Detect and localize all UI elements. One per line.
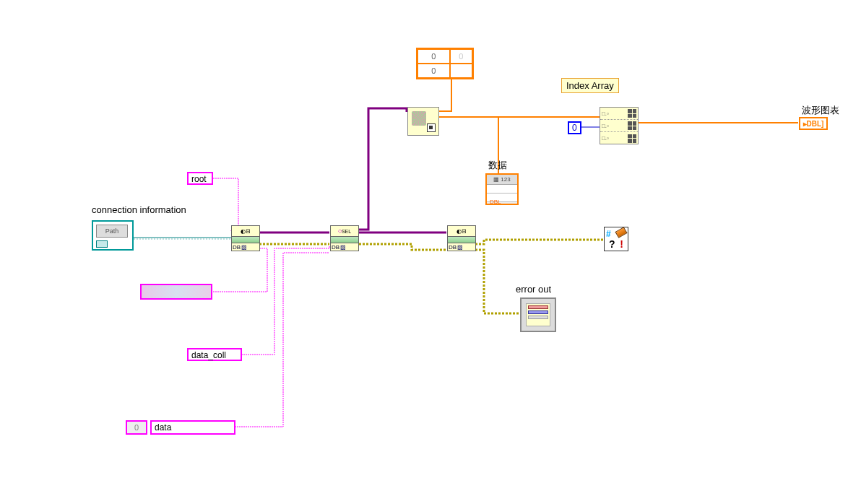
question-mark-icon: ? <box>609 238 615 250</box>
array-index-selector[interactable]: 0 <box>126 420 147 435</box>
error-out-cluster[interactable] <box>520 297 556 332</box>
wire-db2-parse <box>359 108 407 230</box>
db-open-connection-node[interactable]: ◐⊟ DB▧ <box>231 225 260 251</box>
eraser-icon <box>615 227 627 238</box>
cell-0-0[interactable]: 0 <box>417 49 450 64</box>
wire-db3-errout <box>475 250 520 313</box>
exclamation-icon: ! <box>620 238 623 250</box>
data-text: data <box>155 422 171 433</box>
index-row-0: □.▫ <box>600 108 638 120</box>
label-index-array: Index Array <box>561 78 619 93</box>
label-error-out: error out <box>516 284 551 295</box>
wire-root-to-db1 <box>213 178 238 231</box>
variant-to-data-node[interactable] <box>407 107 439 136</box>
label-data-zh: 数据 <box>488 159 507 172</box>
wire-db2-db3-err <box>359 244 446 250</box>
db-close-glyph-icon: ◐⊟ <box>448 226 475 236</box>
db-select-glyph-icon: ◇SEL <box>331 226 358 236</box>
cell-1-0[interactable]: 0 <box>417 64 450 78</box>
block-diagram-canvas: connection information Path root data_co… <box>0 0 861 504</box>
index-row-1: □.▫ <box>600 120 638 132</box>
variant-123-icon: ▦123 <box>487 175 517 185</box>
cell-0-1[interactable]: 0 <box>450 49 472 64</box>
db-select-node[interactable]: ◇SEL DB▧ <box>330 225 359 251</box>
corner-box-icon <box>427 123 436 132</box>
gear-starburst-icon <box>412 111 426 126</box>
wire-smudge-to-db1 <box>213 248 267 292</box>
string-constant-blurred[interactable] <box>140 284 212 300</box>
label-connection-information: connection information <box>92 204 186 215</box>
cell-1-1[interactable] <box>450 64 472 78</box>
string-constant-root[interactable]: root <box>187 172 213 185</box>
string-constant-data-coll[interactable]: data_coll <box>187 348 242 361</box>
build-array-constant[interactable]: 0 0 0 <box>416 48 474 79</box>
path-emblem-icon <box>96 240 108 248</box>
numeric-constant-zero[interactable]: 0 <box>568 121 581 134</box>
error-cluster-icon <box>526 303 550 326</box>
variant-dbl-label: DBL <box>490 199 501 205</box>
db-open-glyph-icon: ◐⊟ <box>232 226 259 236</box>
data-variant-indicator[interactable]: ▦123 DBL <box>485 173 519 205</box>
wire-db3-clearerr <box>475 240 603 244</box>
waveform-chart-terminal[interactable]: ▸DBL] <box>799 117 828 130</box>
index-array-node[interactable]: □.▫ □.▫ □.▫ <box>600 107 639 144</box>
db-close-connection-node[interactable]: ◐⊟ DB▧ <box>447 225 476 251</box>
clear-errors-node[interactable]: # ? ! <box>604 227 628 251</box>
connection-information-constant[interactable]: Path <box>92 220 134 251</box>
hash-icon: # <box>606 229 611 239</box>
path-icon: Path <box>96 225 128 238</box>
label-waveform-chart: 波形图表 <box>802 104 839 117</box>
data-coll-text: data_coll <box>191 350 226 360</box>
wire-data-to-db2 <box>235 253 329 427</box>
wire-datacoll-to-db2 <box>241 246 329 355</box>
index-row-2: □.▫ <box>600 132 638 144</box>
string-array-constant-data[interactable]: data <box>150 420 235 435</box>
root-text: root <box>191 174 207 184</box>
